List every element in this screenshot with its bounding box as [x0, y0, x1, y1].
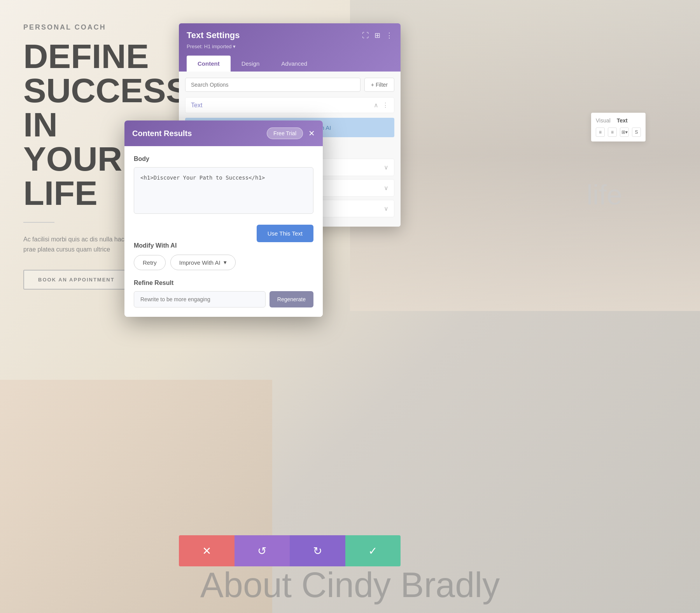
tab-visual[interactable]: Visual [596, 117, 611, 124]
grid-icon[interactable]: ⊞ [374, 31, 380, 40]
use-this-text-button[interactable]: Use This Text [257, 225, 313, 242]
redo-toolbar-button[interactable]: ↻ [290, 535, 345, 566]
cancel-toolbar-button[interactable]: ✕ [179, 535, 234, 566]
modify-buttons-row: Retry Improve With AI ▾ [134, 255, 313, 270]
free-trial-badge[interactable]: Free Trial [267, 127, 303, 139]
use-text-row: Use This Text [134, 225, 313, 242]
modal-body: Body <h1>Discover Your Path to Success</… [124, 146, 323, 317]
panel-title: Text Settings [187, 30, 240, 40]
more-icon[interactable]: ⋮ [386, 31, 393, 40]
format-icons-row: ≡ ≡ ⊞▾ S [596, 127, 641, 137]
text-section-label: Text [191, 102, 202, 109]
panel-preset[interactable]: Preset: H1 imported ▾ [187, 44, 393, 49]
content-results-modal: Content Results Free Trial ✕ Body <h1>Di… [124, 121, 323, 317]
modal-title: Content Results [132, 129, 192, 138]
modify-ai-label: Modify With AI [134, 242, 313, 249]
text-section-icons: ∧ ⋮ [374, 101, 388, 109]
hero-divider [23, 222, 54, 223]
close-button[interactable]: ✕ [308, 129, 315, 138]
chevron-down-icon-3[interactable]: ∨ [384, 205, 388, 212]
tab-content[interactable]: Content [187, 56, 231, 72]
search-filter-row: + Filter [185, 78, 394, 92]
result-body-label: Body [134, 155, 313, 162]
refine-row: Regenerate [134, 291, 313, 307]
chevron-down-icon-1[interactable]: ∨ [384, 164, 388, 171]
tab-design[interactable]: Design [231, 56, 271, 72]
tab-text[interactable]: Text [617, 117, 628, 124]
tab-advanced[interactable]: Advanced [270, 56, 318, 72]
improve-chevron-icon: ▾ [224, 259, 227, 266]
filter-button[interactable]: + Filter [364, 78, 394, 92]
panel-header: Text Settings ⛶ ⊞ ⋮ Preset: H1 imported … [179, 23, 401, 72]
search-options-input[interactable] [185, 78, 360, 92]
modal-header-right: Free Trial ✕ [267, 127, 315, 139]
result-textarea[interactable]: <h1>Discover Your Path to Success</h1> [134, 167, 313, 214]
improve-with-ai-button[interactable]: Improve With AI ▾ [170, 255, 236, 270]
format-icon-1[interactable]: ≡ [596, 127, 605, 137]
format-icon-2[interactable]: ≡ [608, 127, 617, 137]
panel-header-icons: ⛶ ⊞ ⋮ [362, 31, 393, 40]
fullscreen-icon[interactable]: ⛶ [362, 31, 369, 40]
regenerate-button[interactable]: Regenerate [270, 291, 313, 307]
visual-text-tabs: Visual Text [596, 117, 628, 124]
section-more-icon[interactable]: ⋮ [382, 101, 388, 109]
undo-toolbar-button[interactable]: ↺ [234, 535, 290, 566]
format-icon-4[interactable]: S [632, 127, 641, 137]
about-title: About Cindy Bradly [0, 565, 700, 605]
modify-section: Modify With AI Retry Improve With AI ▾ [134, 242, 313, 270]
refine-label: Refine Result [134, 279, 313, 286]
refine-input[interactable] [134, 291, 266, 307]
page-bg-right [350, 0, 700, 311]
modal-header: Content Results Free Trial ✕ [124, 121, 323, 146]
result-section: Body <h1>Discover Your Path to Success</… [134, 155, 313, 215]
refine-section: Refine Result Regenerate [134, 279, 313, 307]
book-appointment-button[interactable]: BOOK AN APPOINTMENT [23, 270, 130, 290]
retry-button[interactable]: Retry [134, 255, 166, 270]
panel-tabs: Content Design Advanced [187, 56, 393, 72]
bottom-toolbar: ✕ ↺ ↻ ✓ [179, 535, 401, 566]
chevron-down-icon-2[interactable]: ∨ [384, 184, 388, 192]
improve-label: Improve With AI [179, 259, 220, 266]
visual-text-row: Visual Text [596, 117, 641, 124]
about-section: About Cindy Bradly [0, 565, 700, 605]
personal-coach-label: PERSONAL COACH [23, 23, 187, 31]
right-decorative-text: life [586, 179, 622, 211]
collapse-icon[interactable]: ∧ [374, 101, 378, 109]
right-panel: Visual Text ≡ ≡ ⊞▾ S [591, 113, 646, 141]
format-icon-3[interactable]: ⊞▾ [620, 127, 629, 137]
confirm-toolbar-button[interactable]: ✓ [345, 535, 401, 566]
text-section-header: Text ∧ ⋮ [185, 97, 394, 113]
panel-header-top: Text Settings ⛶ ⊞ ⋮ [187, 30, 393, 40]
